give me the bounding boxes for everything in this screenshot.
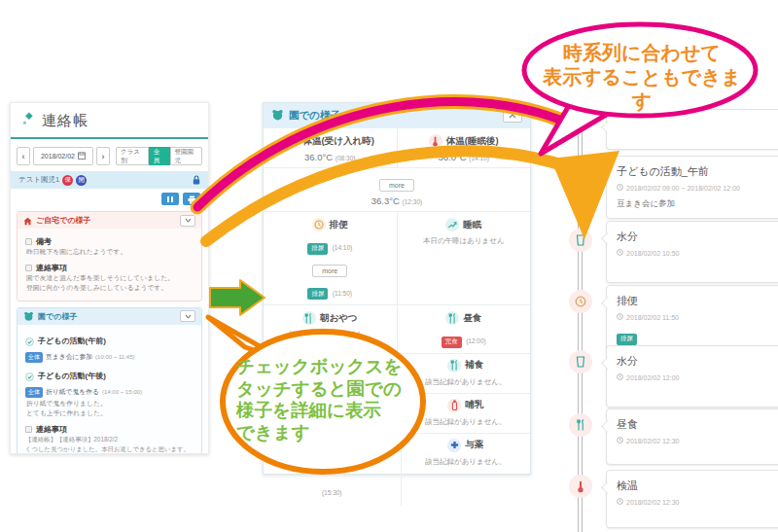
bowel-sleep-row: 排便 排尿 (14:10) more 排尿 (11:50) 睡眠 本日の午睡はあ… [264, 211, 530, 304]
nursing-cell: 哺乳 該当記録がありません。 [402, 394, 531, 434]
meal-icon [309, 360, 323, 373]
sleep-note: 本日の午睡はありません [402, 236, 527, 246]
timeline-water-icon [569, 229, 592, 252]
activity-afternoon-label: 子どもの活動(午後) [38, 371, 106, 381]
extra-meal-label: 補食 [465, 359, 483, 372]
timeline-card-water-2[interactable]: 水分 2018/02/02 12:00 [606, 345, 778, 408]
timeline-card-title: 排便 [617, 294, 778, 308]
detail-panel-title: 園での様子 [289, 109, 340, 123]
home-notes-text-2: 登園に向かうのを楽しみにしているようです。 [26, 283, 194, 294]
prev-day-button[interactable]: ‹ [17, 147, 30, 165]
thermometer-icon [286, 134, 300, 148]
lunch-time: (12:00) [466, 337, 486, 344]
timeline-bowel-clock-icon [569, 290, 592, 313]
bowel-more-button[interactable]: more [312, 265, 347, 277]
check-circle-icon[interactable] [25, 333, 34, 350]
activity-afternoon-note-1: 折り紙で鬼を作りました。 [26, 399, 194, 409]
timeline-card-partial[interactable] [606, 109, 778, 150]
school-section-collapse-button[interactable] [180, 310, 195, 322]
bowel-label: 排便 [330, 219, 348, 231]
timeline-card-title: 水分 [617, 230, 778, 244]
timeline-card-lunch[interactable]: 昼食 2018/02/02 12:30 [606, 408, 778, 465]
filter-attending-button[interactable]: 登園園児 [170, 147, 202, 165]
check-circle-icon[interactable] [25, 368, 34, 385]
school-status-section: 園での様子 子どもの活動(午前) 全体 豆まき会に参加 [17, 307, 202, 454]
nursing-label: 哺乳 [465, 399, 483, 411]
school-section-header: 園での様子 [18, 308, 201, 325]
activity-morning-time: (10:00 ~ 11:45) [95, 354, 134, 360]
remarks-label: 備考 [36, 236, 52, 247]
remarks-checkbox[interactable] [25, 238, 32, 245]
home-section-title: ご自宅での様子 [36, 215, 91, 226]
timeline-card-title: 子どもの活動_午前 [617, 164, 778, 179]
medicine-label: 与薬 [465, 439, 483, 451]
urination-badge: 排尿 [617, 334, 637, 345]
panel-toolbar [11, 189, 208, 208]
print-button[interactable] [183, 193, 200, 205]
bowel-cell: 排便 排尿 (14:10) more 排尿 (11:50) [264, 212, 397, 304]
home-section-collapse-button[interactable] [180, 215, 195, 227]
page-title: 連絡帳 [42, 112, 88, 130]
next-day-button[interactable]: › [96, 147, 110, 165]
clock-small-icon [617, 498, 623, 506]
activity-morning-label: 子どもの活動(午前) [38, 336, 106, 346]
meal-icon [302, 311, 316, 325]
sleep-cell: 睡眠 本日の午睡はありません [397, 212, 531, 304]
home-status-section: ご自宅での様子 備考 昨日靴下を園に忘れたようです。 連絡事項 [17, 211, 202, 301]
temp-arrival-label: 体温(受け入れ時) [303, 135, 374, 148]
timeline-card-timestamp: 2018/02/02 10:50 [626, 250, 680, 257]
school-notes-label: 連絡事項 [36, 424, 67, 435]
temperature-more-row: more 36.3°C (12:30) [264, 167, 530, 211]
timeline-card-timestamp: 2018/02/02 12:30 [626, 438, 680, 444]
lunch-cell: 昼食 完食 (12:00) [397, 305, 531, 353]
pause-icon [167, 196, 169, 202]
timeline-card-timestamp: 2018/02/02 12:00 [626, 374, 680, 381]
timeline-card-bowel[interactable]: 排便 2018/02/02 11:50 排尿 [606, 285, 778, 354]
temp-after-nap-cell: 体温(睡眠後) 36.0°C (14:10) [397, 128, 531, 167]
timeline-card-title: 昼食 [617, 417, 778, 432]
bowel-time-2: (11:50) [333, 290, 352, 297]
temp-extra-value: 36.3°C [371, 195, 400, 206]
top-speech-bubble [524, 24, 756, 116]
temp-after-nap-label: 体温(睡眠後) [446, 135, 499, 148]
app-logo-icon [22, 112, 34, 130]
detail-panel-header: 園での様子 [264, 103, 530, 128]
home-notes-text-1: 園で友達と遊んだ事を楽しそうにしていました。 [26, 273, 194, 284]
temp-more-button[interactable]: more [379, 179, 414, 192]
activity-scope-badge: 全体 [25, 352, 43, 363]
school-notes-checkbox[interactable] [25, 426, 32, 433]
filter-by-class-button[interactable]: クラス別 [116, 147, 149, 165]
bear-icon [23, 307, 34, 325]
calendar-icon [78, 152, 86, 160]
filter-all-button[interactable]: 全員 [149, 147, 170, 165]
detail-panel-collapse-button[interactable] [503, 109, 522, 123]
timeline-meal-icon [569, 413, 592, 437]
home-notes-checkbox[interactable] [25, 265, 32, 271]
morning-snack-note: 該当記録がありません。 [267, 330, 393, 339]
nursing-note: 該当記録がありません。 [406, 417, 527, 427]
date-picker[interactable]: 2018/02/02 [33, 147, 93, 165]
home-section-header: ご自宅での様子 [18, 212, 201, 229]
panel-header: 連絡帳 [11, 103, 208, 139]
sleep-label: 睡眠 [463, 219, 481, 231]
child-name: テスト園児1 [18, 175, 59, 185]
lock-icon [193, 175, 200, 185]
contact-book-panel: 連絡帳 ‹ 2018/02/02 › クラス別 全員 登園園児 テスト園児1 保… [10, 102, 209, 454]
sleep-trend-icon [445, 218, 459, 231]
date-navigation: ‹ 2018/02/02 › クラス別 全員 登園園児 [11, 139, 208, 171]
timeline-card-temperature[interactable]: 検温 2018/02/02 12:30 [606, 470, 778, 528]
remarks-item: 備考 昨日靴下を園に忘れたようです。 [25, 236, 194, 258]
school-section-body: 子どもの活動(午前) 全体 豆まき会に参加 (10:00 ~ 11:45) 子ど… [18, 325, 201, 454]
pause-button[interactable] [161, 193, 179, 205]
activity-scope-badge: 全体 [25, 387, 43, 398]
timeline-card-water-1[interactable]: 水分 2018/02/02 10:50 [606, 221, 778, 283]
school-notes-line-3: 今日は豆まき会で鬼役の保護者様に対してびっくりしましたが、友達と一緒に [25, 454, 194, 455]
timeline-card-body: 豆まき会に参加 [617, 198, 778, 210]
timeline-card-activity[interactable]: 子どもの活動_午前 2018/02/02 09:00 ~ 2018/02/02 … [606, 156, 778, 219]
temp-arrival-time: (08:30) [336, 155, 356, 161]
activity-afternoon-item: 子どもの活動(午後) 全体 折り紙で鬼を作る (14:00 ~ 15:00) 折… [25, 368, 194, 419]
contact-book-page: 連絡帳 ‹ 2018/02/02 › クラス別 全員 登園園児 テスト園児1 保… [0, 0, 778, 532]
medicine-cell: 与薬 該当記録がありません。 [402, 434, 531, 473]
child-type-badge-red: 保 [62, 175, 73, 186]
snack-label: おやつ [327, 360, 355, 372]
